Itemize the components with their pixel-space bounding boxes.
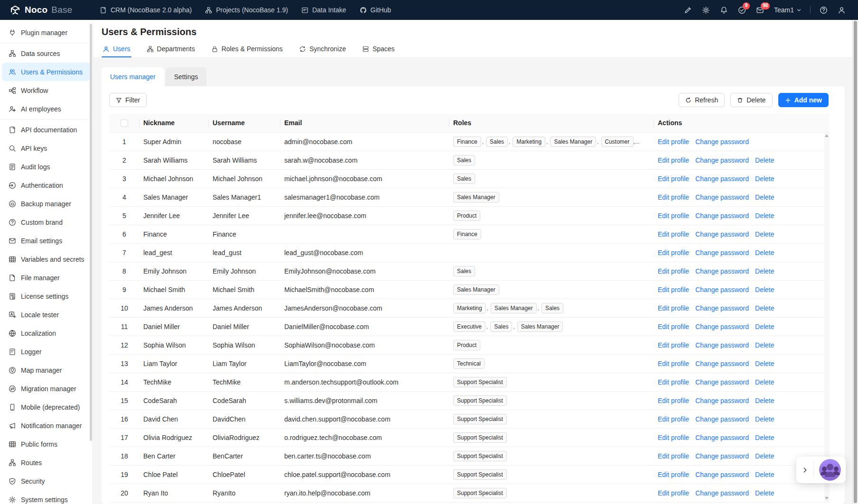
select-all-checkbox[interactable] [121, 119, 128, 127]
edit-profile-link[interactable]: Edit profile [658, 360, 689, 367]
delete-link[interactable]: Delete [755, 323, 774, 330]
todo-button[interactable]: 9 [733, 0, 751, 20]
tab-spaces[interactable]: Spaces [361, 42, 396, 57]
delete-link[interactable]: Delete [755, 397, 774, 404]
sidebar-item-localization[interactable]: Localization [2, 324, 91, 342]
change-password-link[interactable]: Change password [695, 212, 749, 220]
subtab-users-manager[interactable]: Users manager [102, 67, 164, 86]
sidebar-item-map-manager[interactable]: Map manager [2, 361, 91, 379]
sidebar-item-system-settings[interactable]: System settings [2, 490, 91, 504]
topbar-menu-projects-nocobase-1-9[interactable]: Projects (NocoBase 1.9) [198, 0, 295, 20]
sidebar-item-backup-manager[interactable]: Backup manager [2, 194, 91, 213]
change-password-link[interactable]: Change password [695, 193, 749, 201]
column-header-username[interactable]: Username [209, 114, 280, 132]
scroll-down-arrow-icon[interactable] [825, 497, 829, 500]
column-header-nickname[interactable]: Nickname [140, 114, 209, 132]
edit-profile-link[interactable]: Edit profile [658, 397, 689, 404]
topbar-menu-crm-nocobase-2-0-alpha[interactable]: CRM (NocoBase 2.0 alpha) [93, 0, 198, 20]
add-new-button[interactable]: Add new [778, 93, 829, 107]
sidebar-item-audit-logs[interactable]: Audit logs [2, 157, 91, 176]
team-switcher[interactable]: Team1 [769, 6, 806, 14]
refresh-button[interactable]: Refresh [679, 93, 725, 107]
sidebar-item-email-settings[interactable]: Email settings [2, 231, 91, 250]
sidebar-item-ai-employees[interactable]: AI employees [2, 100, 91, 118]
sidebar-scrollbar[interactable] [90, 24, 92, 441]
edit-profile-link[interactable]: Edit profile [658, 378, 689, 386]
sidebar-item-authentication[interactable]: Authentication [2, 176, 91, 194]
edit-profile-link[interactable]: Edit profile [658, 175, 689, 183]
sidebar-item-file-manager[interactable]: File manager [2, 268, 91, 287]
column-header-roles[interactable]: Roles [449, 114, 654, 132]
ai-employees-avatar[interactable] [819, 459, 841, 481]
delete-link[interactable]: Delete [755, 452, 774, 460]
delete-link[interactable]: Delete [755, 286, 774, 293]
sidebar-item-locale-tester[interactable]: Locale tester [2, 305, 91, 324]
sidebar-item-routes[interactable]: Routes [2, 453, 91, 472]
table-scrollbar[interactable] [824, 132, 830, 503]
ai-widget-expand-button[interactable] [796, 457, 813, 483]
tab-synchronize[interactable]: Synchronize [298, 42, 347, 57]
edit-profile-link[interactable]: Edit profile [658, 230, 689, 238]
sidebar-item-workflow[interactable]: Workflow [2, 81, 91, 100]
delete-link[interactable]: Delete [755, 156, 774, 164]
delete-link[interactable]: Delete [755, 230, 774, 238]
sidebar-item-custom-brand[interactable]: Custom brand [2, 213, 91, 231]
sidebar-item-public-forms[interactable]: Public forms [2, 435, 91, 453]
change-password-link[interactable]: Change password [695, 323, 749, 330]
delete-link[interactable]: Delete [755, 267, 774, 275]
change-password-link[interactable]: Change password [695, 175, 749, 183]
delete-link[interactable]: Delete [755, 360, 774, 367]
inbox-button[interactable]: 98 [751, 0, 769, 20]
edit-profile-link[interactable]: Edit profile [658, 138, 689, 146]
delete-link[interactable]: Delete [755, 212, 774, 220]
delete-link[interactable]: Delete [755, 304, 774, 312]
change-password-link[interactable]: Change password [695, 267, 749, 275]
topbar-menu-data-intake[interactable]: Data Intake [295, 0, 353, 20]
edit-profile-link[interactable]: Edit profile [658, 489, 689, 497]
delete-link[interactable]: Delete [755, 193, 774, 201]
edit-profile-link[interactable]: Edit profile [658, 249, 689, 257]
edit-profile-link[interactable]: Edit profile [658, 341, 689, 349]
help-button[interactable] [814, 0, 832, 20]
sidebar-item-api-keys[interactable]: API keys [2, 139, 91, 157]
window-scrollbar[interactable] [852, 20, 858, 504]
window-scrollbar-thumb[interactable] [854, 21, 857, 503]
gear-button[interactable] [697, 0, 715, 20]
sidebar-item-api-documentation[interactable]: API documentation [2, 120, 91, 139]
user-menu-button[interactable] [832, 0, 850, 20]
change-password-link[interactable]: Change password [695, 471, 749, 478]
edit-profile-link[interactable]: Edit profile [658, 323, 689, 330]
change-password-link[interactable]: Change password [695, 286, 749, 293]
edit-profile-link[interactable]: Edit profile [658, 267, 689, 275]
column-header-email[interactable]: Email [280, 114, 449, 132]
bell-button[interactable] [715, 0, 733, 20]
change-password-link[interactable]: Change password [695, 397, 749, 404]
change-password-link[interactable]: Change password [695, 138, 749, 146]
filter-button[interactable]: Filter [109, 93, 147, 107]
delete-link[interactable]: Delete [755, 489, 774, 497]
change-password-link[interactable]: Change password [695, 156, 749, 164]
topbar-menu-github[interactable]: GitHub [353, 0, 398, 20]
highlighter-button[interactable] [679, 0, 697, 20]
change-password-link[interactable]: Change password [695, 415, 749, 423]
sidebar-item-logger[interactable]: Logger [2, 342, 91, 361]
change-password-link[interactable]: Change password [695, 249, 749, 257]
edit-profile-link[interactable]: Edit profile [658, 304, 689, 312]
change-password-link[interactable]: Change password [695, 230, 749, 238]
change-password-link[interactable]: Change password [695, 378, 749, 386]
delete-link[interactable]: Delete [755, 341, 774, 349]
change-password-link[interactable]: Change password [695, 434, 749, 441]
change-password-link[interactable]: Change password [695, 489, 749, 497]
sidebar-item-mobile-deprecated[interactable]: Mobile (deprecated) [2, 398, 91, 416]
scroll-up-arrow-icon[interactable] [825, 134, 829, 137]
sidebar-item-plugin-manager[interactable]: Plugin manager [2, 23, 91, 42]
edit-profile-link[interactable]: Edit profile [658, 434, 689, 441]
sidebar-item-license-settings[interactable]: License settings [2, 287, 91, 305]
edit-profile-link[interactable]: Edit profile [658, 193, 689, 201]
sidebar-item-security[interactable]: Security [2, 472, 91, 490]
change-password-link[interactable]: Change password [695, 304, 749, 312]
delete-link[interactable]: Delete [755, 378, 774, 386]
sidebar-item-notification-manager[interactable]: Notification manager [2, 416, 91, 435]
edit-profile-link[interactable]: Edit profile [658, 212, 689, 220]
change-password-link[interactable]: Change password [695, 341, 749, 349]
